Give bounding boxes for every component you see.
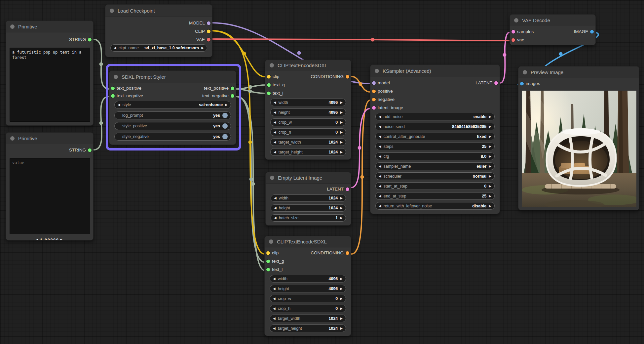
width-decrement-arrow-icon[interactable]: ◀ xyxy=(273,277,276,280)
log_prompt-widget[interactable]: log_promptyes xyxy=(114,111,231,119)
style-increment-arrow-icon[interactable]: ▶ xyxy=(225,103,228,107)
height-increment-arrow-icon[interactable]: ▶ xyxy=(340,206,343,210)
STRING-output-slot[interactable] xyxy=(88,38,92,41)
node-clip-encode-positive[interactable]: CLIPTextEncodeSDXL clipCONDITIONINGtext_… xyxy=(265,60,351,160)
node-preview-image[interactable]: Preview Image images xyxy=(518,66,639,210)
target_width-widget[interactable]: ◀target_width1024▶ xyxy=(270,315,346,322)
target_width-widget[interactable]: ◀target_width1024▶ xyxy=(270,138,346,146)
noise_seed-widget[interactable]: ◀noise_seed845841585635285▶ xyxy=(375,123,495,130)
prompt-text-input-empty[interactable] xyxy=(10,158,90,234)
node-header[interactable]: Empty Latent Image xyxy=(266,172,351,184)
text_l-input-slot[interactable] xyxy=(266,268,270,271)
width-decrement-arrow-icon[interactable]: ◀ xyxy=(274,196,277,200)
text_g-input-slot[interactable] xyxy=(266,259,270,263)
node-clip-encode-negative[interactable]: CLIPTextEncodeSDXL clipCONDITIONINGtext_… xyxy=(264,236,351,336)
prompt-text-input[interactable]: a futuristic pop up tent in a forest xyxy=(10,48,90,122)
start_at_step-decrement-arrow-icon[interactable]: ◀ xyxy=(379,185,381,188)
node-ksampler-advanced[interactable]: KSampler (Advanced) modelLATENTpositiven… xyxy=(370,64,500,214)
collapse-dot-icon[interactable] xyxy=(269,239,273,244)
cfg-increment-arrow-icon[interactable]: ▶ xyxy=(489,155,491,158)
IMAGE-output-slot[interactable] xyxy=(590,30,594,33)
node-header[interactable]: VAE Decode xyxy=(510,15,595,26)
text_g-input-slot[interactable] xyxy=(267,83,271,87)
style_positive-widget[interactable]: style_positiveyes xyxy=(114,122,231,130)
LATENT-output-slot[interactable] xyxy=(346,187,349,191)
target_width-decrement-arrow-icon[interactable]: ◀ xyxy=(274,141,276,144)
add_noise-decrement-arrow-icon[interactable]: ◀ xyxy=(379,115,381,118)
node-header[interactable]: CLIPTextEncodeSDXL xyxy=(265,236,351,247)
crop_h-decrement-arrow-icon[interactable]: ◀ xyxy=(274,131,276,134)
style_positive-toggle-icon[interactable] xyxy=(222,123,228,129)
control_after_generate-decrement-arrow-icon[interactable]: ◀ xyxy=(379,135,381,138)
crop_h-widget[interactable]: ◀crop_h0▶ xyxy=(270,128,346,136)
steps-widget[interactable]: ◀steps25▶ xyxy=(375,143,495,150)
collapse-dot-icon[interactable] xyxy=(110,9,114,13)
positive-input-slot[interactable] xyxy=(372,89,376,93)
images-input-slot[interactable] xyxy=(520,82,524,85)
control_after_generate-increment-arrow-icon[interactable]: ▶ xyxy=(489,135,491,138)
height-widget[interactable]: ◀height4096▶ xyxy=(270,285,346,292)
steps-increment-arrow-icon[interactable]: ▶ xyxy=(489,145,491,148)
CONDITIONING-output-slot[interactable] xyxy=(346,75,349,78)
batch_size-widget[interactable]: ◀batch_size1▶ xyxy=(271,214,346,222)
start_at_step-widget[interactable]: ◀start_at_step0▶ xyxy=(375,182,495,190)
crop_w-widget[interactable]: ◀crop_w0▶ xyxy=(270,295,346,302)
cfg-decrement-arrow-icon[interactable]: ◀ xyxy=(379,155,381,158)
end_at_step-widget[interactable]: ◀end_at_step25▶ xyxy=(375,192,495,200)
add_noise-increment-arrow-icon[interactable]: ▶ xyxy=(489,115,491,118)
vae-input-slot[interactable] xyxy=(511,38,515,42)
sampler_name-decrement-arrow-icon[interactable]: ◀ xyxy=(379,165,381,168)
scheduler-decrement-arrow-icon[interactable]: ◀ xyxy=(379,175,381,178)
width-widget[interactable]: ◀width4096▶ xyxy=(270,99,346,106)
width-increment-arrow-icon[interactable]: ▶ xyxy=(340,101,343,104)
collapse-dot-icon[interactable] xyxy=(514,18,518,22)
node-empty-latent-image[interactable]: Empty Latent Image LATENT ◀width1024▶◀he… xyxy=(265,172,351,226)
target_width-increment-arrow-icon[interactable]: ▶ xyxy=(340,317,343,320)
cfg-widget[interactable]: ◀cfg8.0▶ xyxy=(375,152,495,160)
style_negative-toggle-icon[interactable] xyxy=(222,134,228,139)
height-widget[interactable]: ◀height4096▶ xyxy=(270,108,346,116)
text_positive-input-slot[interactable] xyxy=(111,86,115,90)
collapse-dot-icon[interactable] xyxy=(270,63,274,67)
height-decrement-arrow-icon[interactable]: ◀ xyxy=(273,287,276,290)
height-increment-arrow-icon[interactable]: ▶ xyxy=(340,111,343,114)
return_with_leftover_noise-increment-arrow-icon[interactable]: ▶ xyxy=(489,204,491,208)
width-widget[interactable]: ◀width1024▶ xyxy=(271,194,346,202)
node-load-checkpoint[interactable]: Load Checkpoint MODELCLIPVAE ◀ckpt_names… xyxy=(105,4,212,57)
ckpt_name-decrement-arrow-icon[interactable]: ◀ xyxy=(114,46,116,50)
target_height-increment-arrow-icon[interactable]: ▶ xyxy=(340,327,343,330)
steps-decrement-arrow-icon[interactable]: ◀ xyxy=(379,145,381,148)
crop_h-decrement-arrow-icon[interactable]: ◀ xyxy=(273,307,276,310)
LATENT-output-slot[interactable] xyxy=(494,81,498,85)
crop_h-increment-arrow-icon[interactable]: ▶ xyxy=(340,131,343,134)
control_after_generate-widget[interactable]: ◀control_after_generatefixed▶ xyxy=(375,133,495,140)
latent_image-input-slot[interactable] xyxy=(372,106,376,109)
collapse-dot-icon[interactable] xyxy=(114,75,118,79)
text_negative-input-slot[interactable] xyxy=(111,94,115,98)
height-decrement-arrow-icon[interactable]: ◀ xyxy=(274,206,277,210)
node-header[interactable]: Primitive xyxy=(6,21,93,32)
negative-input-slot[interactable] xyxy=(372,98,376,101)
model-input-slot[interactable] xyxy=(372,81,376,85)
node-header[interactable]: Load Checkpoint xyxy=(105,5,212,17)
target_height-decrement-arrow-icon[interactable]: ◀ xyxy=(273,327,276,330)
target_height-widget[interactable]: ◀target_height1024▶ xyxy=(270,324,346,332)
end_at_step-increment-arrow-icon[interactable]: ▶ xyxy=(489,194,491,198)
collapse-dot-icon[interactable] xyxy=(270,176,274,180)
crop_h-widget[interactable]: ◀crop_h0▶ xyxy=(270,305,346,312)
start_at_step-increment-arrow-icon[interactable]: ▶ xyxy=(489,185,491,188)
style-widget[interactable]: ◀stylesai-enhance▶ xyxy=(114,101,231,109)
node-primitive-top[interactable]: Primitive STRING a futuristic pop up ten… xyxy=(6,21,94,126)
node-sdxl-prompt-styler[interactable]: SDXL Prompt Styler text_positivetext_pos… xyxy=(109,70,236,145)
collapse-dot-icon[interactable] xyxy=(10,136,15,141)
target_width-increment-arrow-icon[interactable]: ▶ xyxy=(340,141,343,144)
height-decrement-arrow-icon[interactable]: ◀ xyxy=(274,111,276,114)
collapse-dot-icon[interactable] xyxy=(375,69,379,73)
height-widget[interactable]: ◀height1024▶ xyxy=(271,204,346,212)
batch_size-increment-arrow-icon[interactable]: ▶ xyxy=(340,216,343,220)
crop_w-widget[interactable]: ◀crop_w0▶ xyxy=(270,118,346,126)
ckpt_name-widget[interactable]: ◀ckpt_namesd_xl_base_1.0.safetensors▶ xyxy=(110,44,207,52)
MODEL-output-slot[interactable] xyxy=(207,21,210,25)
text_negative-output-slot[interactable] xyxy=(231,94,234,98)
target_height-decrement-arrow-icon[interactable]: ◀ xyxy=(274,150,276,154)
